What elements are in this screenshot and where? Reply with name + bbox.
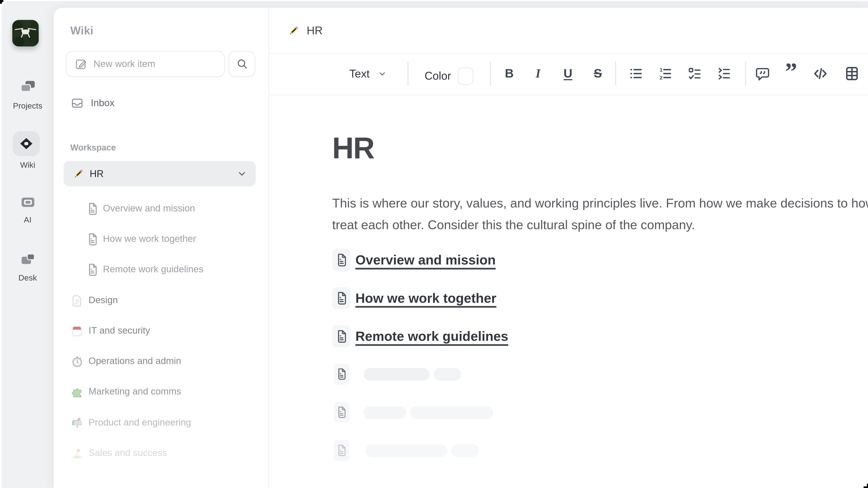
desk-icon: [20, 252, 36, 268]
new-work-item-button[interactable]: New work item: [66, 51, 225, 77]
document-icon: [336, 253, 347, 267]
page-emoji: [71, 295, 83, 306]
page-link[interactable]: Overview and mission: [355, 252, 496, 268]
strikethrough-icon: S: [594, 66, 602, 81]
tree-item-section[interactable]: Operations and admin: [64, 349, 256, 373]
page-link-row[interactable]: Overview and mission: [332, 249, 496, 271]
sidebar-item-wiki[interactable]: [13, 131, 40, 156]
paragraph-line[interactable]: treat each other. Consider this the cult…: [332, 218, 695, 232]
ordered-list-icon: [658, 66, 673, 81]
comment-icon: [755, 66, 770, 81]
tree-item-page[interactable]: Remote work guidelines: [64, 257, 256, 282]
toolbar-divider: [490, 62, 491, 86]
document-icon: [87, 233, 98, 246]
tree-item-label: How we work together: [103, 233, 196, 245]
divider: [270, 95, 868, 95]
tree-item-label: Overview and mission: [103, 203, 195, 214]
document-icon: [87, 202, 98, 215]
toolbar-divider: [615, 62, 616, 86]
document-icon: [336, 292, 347, 305]
pencil-emoji: [287, 25, 299, 37]
tree-item-section[interactable]: Product and engineering: [64, 411, 256, 435]
sidebar-item-desk[interactable]: Desk: [2, 252, 54, 282]
ordered-list-button[interactable]: [654, 62, 676, 85]
toggle-list-icon: [717, 66, 731, 81]
document-icon: [336, 330, 347, 343]
search-button[interactable]: [229, 51, 255, 77]
code-block-button[interactable]: [809, 62, 832, 85]
content-panel: Wiki New work item Inbox Workspace HR Ov: [54, 8, 868, 488]
skeleton-pill: [410, 406, 493, 419]
document-icon: [337, 444, 347, 456]
tree-item-label: Marketing and comms: [89, 386, 181, 397]
bullet-list-button[interactable]: [625, 62, 647, 85]
page-link[interactable]: How we work together: [355, 290, 496, 306]
page-link-row[interactable]: Remote work guidelines: [332, 325, 508, 348]
tree-item-label: IT and security: [89, 325, 150, 336]
document-icon-badge: [332, 287, 350, 309]
rail-item-label: Desk: [2, 273, 54, 282]
new-work-item-label: New work item: [94, 58, 155, 69]
tree-item-section[interactable]: Design: [64, 288, 256, 313]
search-icon: [236, 58, 248, 70]
breadcrumb-page-title: HR: [307, 24, 322, 37]
toggle-list-button[interactable]: [713, 62, 735, 85]
tree-item-section[interactable]: Marketing and comms: [64, 380, 256, 404]
sidebar-item-ai[interactable]: AI: [2, 194, 54, 224]
todo-list-button[interactable]: [684, 62, 706, 85]
toolbar-divider: [407, 62, 408, 86]
tree-item-section[interactable]: IT and security: [64, 319, 256, 343]
italic-button[interactable]: I: [527, 62, 549, 85]
tree-item-page[interactable]: How we work together: [64, 227, 256, 251]
sidebar-item-projects[interactable]: Projects: [2, 79, 54, 110]
text-style-label: Text: [349, 68, 370, 80]
editor-main: HR Text Color B I: [270, 8, 868, 488]
underline-icon: U: [564, 66, 572, 81]
screen-corner-artifact: [864, 484, 868, 488]
rail-item-label: Projects: [2, 101, 54, 110]
document-icon: [337, 406, 347, 418]
pencil-emoji: [72, 168, 84, 180]
tree-item-label: Product and engineering: [89, 417, 191, 428]
tree-item-section[interactable]: Sales and success: [64, 441, 256, 465]
document-icon-badge: [332, 249, 350, 271]
page-title[interactable]: HR: [332, 131, 374, 165]
underline-button[interactable]: U: [557, 62, 579, 85]
blockquote-button[interactable]: ”: [780, 62, 802, 85]
tree-item-label: Design: [89, 295, 118, 306]
color-swatch: [458, 68, 473, 85]
app-screenshot: Projects Wiki AI Desk Wiki New work item: [0, 0, 868, 488]
chevron-down-icon[interactable]: [236, 168, 247, 180]
paragraph-line[interactable]: This is where our story, values, and wor…: [332, 196, 868, 211]
skeleton-pill: [365, 444, 447, 457]
text-style-dropdown[interactable]: Text: [349, 68, 387, 80]
tree-item-label: Operations and admin: [89, 356, 181, 367]
tree-item-page[interactable]: Overview and mission: [64, 196, 256, 221]
document-icon-badge: [334, 402, 349, 423]
bold-button[interactable]: B: [498, 62, 520, 85]
edit-icon: [75, 58, 88, 70]
document-icon-badge: [332, 325, 350, 348]
document-icon: [337, 368, 347, 380]
calendar-emoji: [71, 325, 83, 337]
workspace-avatar[interactable]: [12, 20, 39, 46]
italic-icon: I: [536, 66, 540, 81]
sidebar-item-inbox[interactable]: Inbox: [66, 91, 257, 115]
chevron-down-icon: [377, 69, 386, 78]
comment-button[interactable]: [751, 62, 773, 85]
color-picker-button[interactable]: Color: [425, 68, 473, 85]
document-icon-badge: [334, 440, 349, 461]
wiki-diamond-icon: [19, 136, 34, 151]
page-link[interactable]: Remote work guidelines: [355, 329, 508, 344]
strikethrough-button[interactable]: S: [587, 62, 609, 85]
document-icon-badge: [334, 363, 349, 385]
breadcrumb[interactable]: HR: [287, 24, 322, 37]
bullet-list-icon: [629, 66, 643, 81]
mailbox-emoji: [71, 417, 83, 429]
loading-page-row: [334, 440, 479, 461]
table-button[interactable]: [841, 62, 863, 85]
loading-page-row: [334, 402, 493, 423]
tree-item-hr-selected[interactable]: HR: [64, 161, 256, 187]
inbox-label: Inbox: [91, 97, 115, 109]
page-link-row[interactable]: How we work together: [332, 287, 496, 309]
